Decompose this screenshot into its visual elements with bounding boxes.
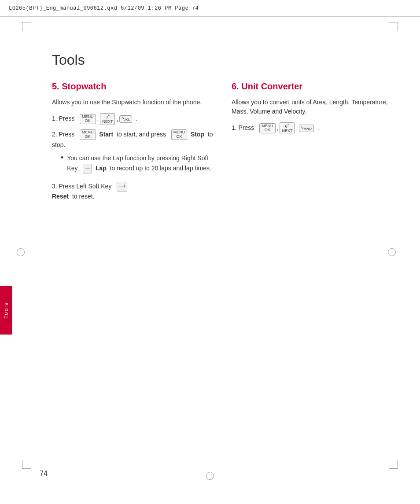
unit-converter-section: 6. Unit Converter Allows you to convert … xyxy=(232,81,394,206)
lap-suffix: to record up to 20 laps and lap times. xyxy=(110,165,211,172)
lap-bullet: • You can use the Lap function by pressi… xyxy=(61,153,214,173)
unit-converter-description: Allows you to convert units of Area, Len… xyxy=(232,98,394,116)
bullet-dot: • xyxy=(61,153,63,163)
start-label: Start xyxy=(99,131,113,138)
unit-converter-step1-prefix: 1. Press xyxy=(232,124,254,131)
reset-label: Reset xyxy=(52,193,69,200)
zero-next-key-1: 0+NEXT xyxy=(100,113,115,125)
section-tab: Tools xyxy=(0,286,12,335)
unit-converter-step1-content: 1. Press MENUOK , 0+NEXT , 6MNO xyxy=(232,122,394,134)
stopwatch-heading: 5. Stopwatch xyxy=(52,81,214,92)
stopwatch-step1-content: 1. Press MENUOK , 0+NEXT , 5JKL xyxy=(52,113,214,125)
stopwatch-step2-content: 2. Press MENUOK Start to start, and pres… xyxy=(52,129,214,177)
menu-ok-key-1: MENUOK xyxy=(80,114,96,125)
lap-bullet-content: You can use the Lap function by pressing… xyxy=(67,153,214,173)
six-mno-key-uc: 6MNO xyxy=(299,125,314,132)
bullet-list: • You can use the Lap function by pressi… xyxy=(61,153,214,173)
stopwatch-description: Allows you to use the Stopwatch function… xyxy=(52,98,214,107)
right-soft-key-btn: — xyxy=(83,164,92,173)
menu-ok-key-uc: MENUOK xyxy=(259,123,276,134)
stopwatch-step1: 1. Press MENUOK , 0+NEXT , 5JKL xyxy=(52,113,214,125)
menu-ok-key-2a: MENUOK xyxy=(80,129,96,140)
stopwatch-step1-keys: MENUOK , 0+NEXT , 5JKL xyxy=(80,113,132,125)
stopwatch-step3-prefix: 3. Press Left Soft Key xyxy=(52,183,111,190)
menu-ok-key-2b: MENUOK xyxy=(171,129,188,140)
lap-label: Lap xyxy=(96,165,107,172)
unit-converter-heading: 6. Unit Converter xyxy=(232,81,394,92)
stop-label: Stop xyxy=(191,131,204,138)
page-title: Tools xyxy=(52,52,394,68)
stopwatch-step2: 2. Press MENUOK Start to start, and pres… xyxy=(52,129,214,177)
stopwatch-step3: 3. Press Left Soft Key —/ Reset to reset… xyxy=(52,181,214,201)
step3-suffix: to reset. xyxy=(72,193,95,200)
header-text: LG265(BPT)_Eng_manual_090612.qxd 6/12/09… xyxy=(9,5,199,11)
section-tab-label: Tools xyxy=(3,302,9,319)
stopwatch-section: 5. Stopwatch Allows you to use the Stopw… xyxy=(52,81,214,206)
left-soft-key-btn: —/ xyxy=(117,182,127,191)
zero-next-key-uc: 0+NEXT xyxy=(280,122,295,134)
stopwatch-step2-prefix: 2. Press xyxy=(52,131,74,138)
unit-converter-step1: 1. Press MENUOK , 0+NEXT , 6MNO xyxy=(232,122,394,134)
page-number: 74 xyxy=(40,470,48,478)
stopwatch-step3-content: 3. Press Left Soft Key —/ Reset to reset… xyxy=(52,181,214,201)
main-content: Tools 5. Stopwatch Allows you to use the… xyxy=(12,17,420,504)
header-bar: LG265(BPT)_Eng_manual_090612.qxd 6/12/09… xyxy=(0,0,420,17)
five-jkl-key: 5JKL xyxy=(119,115,132,123)
content-columns: 5. Stopwatch Allows you to use the Stopw… xyxy=(52,81,394,206)
step2-middle: to start, and press xyxy=(117,131,166,138)
stopwatch-step1-prefix: 1. Press xyxy=(52,115,74,122)
unit-converter-step1-keys: MENUOK , 0+NEXT , 6MNO xyxy=(259,122,314,134)
